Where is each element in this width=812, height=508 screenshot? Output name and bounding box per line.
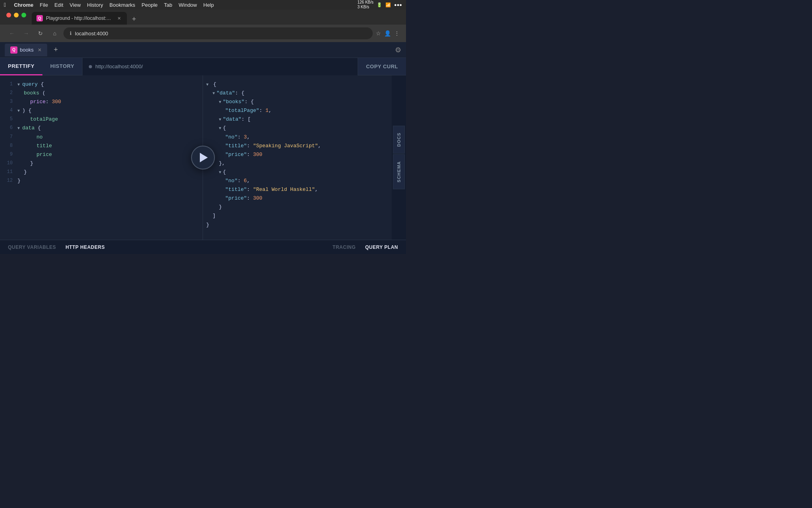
code-line-1: 1 ▼ query { (0, 80, 203, 89)
query-plan-tab[interactable]: QUERY PLAN (365, 244, 398, 250)
code-line-10: 10 } (0, 159, 203, 168)
resp-line-15: } (203, 203, 406, 212)
code-line-7: 7 no (0, 133, 203, 142)
prettify-button[interactable]: PRETTIFY (0, 58, 42, 75)
menu-people[interactable]: People (142, 2, 157, 8)
playground-tab-name: books (20, 47, 34, 53)
menu-chrome[interactable]: Chrome (14, 2, 33, 8)
menu-bar:  Chrome File Edit View History Bookmark… (0, 0, 406, 10)
menu-bookmarks[interactable]: Bookmarks (109, 2, 135, 8)
side-tabs: DOCS SCHEMA (392, 75, 406, 240)
code-line-5: 5 totalPage (0, 115, 203, 124)
menu-tab[interactable]: Tab (164, 2, 172, 8)
url-status-dot (89, 65, 92, 68)
resp-line-1: ▼ { (203, 80, 406, 89)
code-line-4: 4 ▼ ) { (0, 106, 203, 115)
playground-settings-icon[interactable]: ⚙ (395, 46, 401, 54)
profile-icon[interactable]: 👤 (384, 30, 391, 37)
address-bar[interactable]: ℹ localhost:4000 (63, 27, 373, 39)
toolbar-url-text: http://localhost:4000/ (95, 64, 143, 69)
resp-line-3: ▼"books": { (203, 98, 406, 106)
code-line-2: 2 books ( (0, 89, 203, 98)
resp-line-17: } (203, 221, 406, 229)
resp-line-8: "title": "Speaking JavaScript", (203, 142, 406, 150)
response-panel: ▼ { ▼"data": { ▼"books": { "totalPage": … (203, 75, 406, 240)
resp-line-13: "title": "Real World Haskell", (203, 185, 406, 194)
playground-tab-icon: Q (10, 46, 17, 54)
history-button[interactable]: HISTORY (42, 58, 82, 75)
playground-tab-books[interactable]: Q books ✕ (5, 44, 47, 56)
resp-line-16: ] (203, 212, 406, 220)
resp-line-4: "totalPage": 1, (203, 106, 406, 115)
reload-button[interactable]: ↻ (35, 28, 46, 39)
playground-tabs: Q books ✕ + ⚙ (0, 42, 406, 58)
minimize-button[interactable] (14, 13, 19, 17)
menu-view[interactable]: View (70, 2, 81, 8)
resp-line-6: ▼{ (203, 124, 406, 133)
playground-main: 1 ▼ query { 2 books ( 3 price: 300 (0, 75, 406, 240)
resp-line-10: }, (203, 159, 406, 168)
code-line-9: 9 price (0, 150, 203, 159)
playground-add-tab[interactable]: + (50, 44, 61, 56)
code-line-12: 12 } (0, 177, 203, 185)
code-line-8: 8 title (0, 142, 203, 150)
forward-button[interactable]: → (21, 28, 32, 39)
bookmark-icon[interactable]: ☆ (376, 30, 381, 37)
menu-help[interactable]: Help (203, 2, 214, 8)
schema-tab[interactable]: SCHEMA (393, 154, 405, 189)
menu-file[interactable]: File (40, 2, 48, 8)
tab-close-button[interactable]: ✕ (116, 15, 122, 21)
url-text: localhost:4000 (75, 31, 108, 37)
resp-line-2: ▼"data": { (203, 89, 406, 98)
menu-dots-icon[interactable]: ⋮ (394, 30, 400, 37)
play-icon (200, 153, 208, 162)
code-line-6: 6 ▼ data { (0, 124, 203, 133)
http-headers-tab[interactable]: HTTP HEADERS (65, 244, 105, 250)
playground-bottom: QUERY VARIABLES HTTP HEADERS TRACING QUE… (0, 240, 406, 254)
resp-line-7: "no": 3, (203, 133, 406, 142)
playground-tab-close[interactable]: ✕ (38, 47, 42, 53)
close-button[interactable] (6, 13, 11, 17)
battery-icon: 🔋 (377, 2, 382, 8)
menu-history[interactable]: History (87, 2, 103, 8)
network-up: 126 KB/s (357, 0, 373, 5)
query-editor[interactable]: 1 ▼ query { 2 books ( 3 price: 300 (0, 75, 203, 240)
apple-menu[interactable]:  (4, 2, 6, 8)
new-tab-button[interactable]: + (128, 13, 140, 25)
back-button[interactable]: ← (6, 28, 17, 39)
resp-line-11: ▼{ (203, 168, 406, 177)
tab-favicon: Q (36, 15, 43, 21)
resp-line-14: "price": 300 (203, 194, 406, 203)
docs-tab[interactable]: DOCS (393, 126, 405, 154)
wifi-icon: 📶 (385, 2, 391, 8)
network-down: 3 KB/s (357, 5, 373, 10)
chrome-tab-playground[interactable]: Q Playground - http://localhost:400 ✕ (32, 12, 127, 25)
chrome-addressbar: ← → ↻ ⌂ ℹ localhost:4000 ☆ 👤 ⋮ (0, 25, 406, 42)
playground-toolbar: PRETTIFY HISTORY http://localhost:4000/ … (0, 58, 406, 75)
resp-line-12: "no": 6, (203, 177, 406, 185)
copy-curl-button[interactable]: COPY CURL (358, 58, 406, 75)
code-line-11: 11 } (0, 168, 203, 177)
code-line-3: 3 price: 300 (0, 98, 203, 106)
tracing-tab[interactable]: TRACING (333, 244, 356, 250)
toolbar-url[interactable]: http://localhost:4000/ (82, 58, 358, 75)
menu-edit[interactable]: Edit (54, 2, 63, 8)
clock: ●●● (394, 2, 402, 7)
resp-line-5: ▼"data": [ (203, 115, 406, 124)
tab-title: Playground - http://localhost:400 (46, 15, 113, 21)
network-stats: 126 KB/s 3 KB/s (357, 0, 373, 10)
maximize-button[interactable] (21, 13, 26, 17)
address-bar-right: ☆ 👤 ⋮ (376, 30, 400, 37)
chrome-tabbar: Q Playground - http://localhost:400 ✕ + (0, 10, 406, 25)
playground: Q books ✕ + ⚙ PRETTIFY HISTORY http://lo… (0, 42, 406, 254)
home-button[interactable]: ⌂ (49, 28, 60, 39)
traffic-lights (6, 13, 26, 17)
resp-line-9: "price": 300 (203, 150, 406, 159)
query-variables-tab[interactable]: QUERY VARIABLES (8, 244, 56, 250)
execute-query-button[interactable] (191, 146, 215, 169)
ssl-icon: ℹ (70, 31, 72, 36)
menu-bar-right: 126 KB/s 3 KB/s 🔋 📶 ●●● (357, 0, 402, 10)
menu-window[interactable]: Window (179, 2, 197, 8)
